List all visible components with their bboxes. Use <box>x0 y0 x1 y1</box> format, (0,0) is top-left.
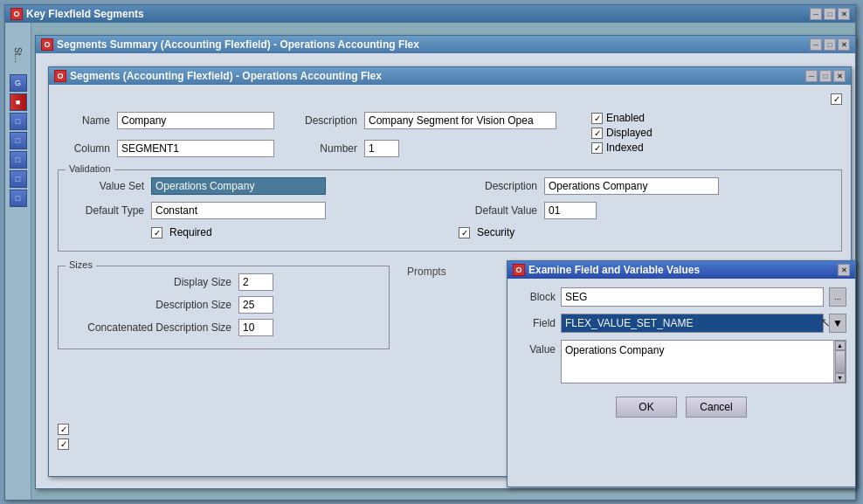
val-desc-input[interactable] <box>544 177 719 195</box>
sidebar-btn-5[interactable]: □ <box>10 151 27 169</box>
default-value-label: Default Value <box>459 204 537 217</box>
main-window-icon: O <box>10 8 23 20</box>
required-label: Required <box>169 226 212 238</box>
bottom-chk-1[interactable]: ✓ <box>58 424 69 435</box>
summary-minimize-btn[interactable]: ─ <box>810 38 822 51</box>
field-label: Field <box>516 317 556 329</box>
value-label-examine: Value <box>516 343 556 356</box>
value-content: Operations Company <box>565 344 664 356</box>
security-checkbox[interactable]: ✓ <box>459 227 470 238</box>
value-scrollbar[interactable]: ▲ ▼ <box>833 341 846 383</box>
scroll-thumb[interactable] <box>835 350 846 374</box>
main-close-btn[interactable]: ✕ <box>838 8 850 20</box>
examine-window-title: Examine Field and Variable Values <box>528 264 700 276</box>
value-set-input[interactable] <box>151 177 326 195</box>
default-type-input[interactable] <box>151 202 326 219</box>
name-input[interactable] <box>117 112 274 129</box>
displayed-label: Displayed <box>606 127 652 139</box>
segments-close-btn[interactable]: ✕ <box>833 70 846 82</box>
column-label: Column <box>58 142 110 155</box>
examine-close-btn[interactable]: ✕ <box>838 264 850 276</box>
column-input[interactable] <box>117 140 274 157</box>
value-set-label: Value Set <box>66 180 144 192</box>
enabled-label: Enabled <box>606 112 645 124</box>
indexed-label: Indexed <box>606 142 644 154</box>
sidebar-btn-1[interactable]: G <box>10 74 27 92</box>
summary-close-btn[interactable]: ✕ <box>838 38 850 51</box>
default-value-input[interactable] <box>544 202 597 219</box>
sidebar-btn-6[interactable]: □ <box>10 170 27 188</box>
main-restore-btn[interactable]: □ <box>824 8 836 20</box>
segments-title-bar[interactable]: O Segments (Accounting Flexfield) - Oper… <box>49 67 851 85</box>
main-minimize-btn[interactable]: ─ <box>810 8 822 20</box>
validation-title: Validation <box>66 163 114 174</box>
summary-title-bar[interactable]: O Segments Summary (Accounting Flexfield… <box>36 36 855 53</box>
displayed-checkbox[interactable]: ✓ <box>591 128 603 139</box>
examine-window-icon: O <box>513 264 525 276</box>
block-browse-btn[interactable]: ... <box>829 287 846 307</box>
indexed-checkbox[interactable]: ✓ <box>591 142 603 154</box>
segments-window-title: Segments (Accounting Flexfield) - Operat… <box>70 70 382 82</box>
bottom-chk-2[interactable]: ✓ <box>58 438 69 450</box>
field-browse-btn[interactable]: ▼ <box>829 314 846 333</box>
examine-content: Block ... Field ▼ Value Operations Compa… <box>507 279 855 487</box>
required-checkbox[interactable]: ✓ <box>151 227 162 238</box>
desc-size-label: Description Size <box>66 299 231 311</box>
sizes-title: Sizes <box>66 259 96 270</box>
segments-window-icon: O <box>54 70 66 82</box>
val-desc-label: Description <box>459 180 537 192</box>
scroll-down[interactable]: ▼ <box>835 373 846 383</box>
number-label: Number <box>292 142 357 155</box>
concat-desc-label: Concatenated Description Size <box>66 321 231 334</box>
block-label: Block <box>516 291 556 303</box>
summary-window-icon: O <box>41 38 53 51</box>
desc-input[interactable] <box>364 112 556 129</box>
sidebar-btn-7[interactable]: □ <box>10 190 27 207</box>
cancel-button[interactable]: Cancel <box>686 397 747 418</box>
segments-restore-btn[interactable]: □ <box>819 70 832 82</box>
summary-window-title: Segments Summary (Accounting Flexfield) … <box>57 38 419 51</box>
number-input[interactable] <box>364 140 399 157</box>
top-checkbox[interactable]: ✓ <box>831 93 842 105</box>
main-title-bar[interactable]: O Key Flexfield Segments ─ □ ✕ <box>5 5 855 23</box>
desc-form-label: Description <box>292 114 357 127</box>
display-size-input[interactable] <box>238 273 273 291</box>
ok-button[interactable]: OK <box>616 397 677 418</box>
name-label: Name <box>58 114 110 127</box>
sidebar-btn-2[interactable]: ■ <box>10 93 27 111</box>
checkboxes-group: ✓ Enabled ✓ Displayed ✓ Indexed <box>591 112 652 154</box>
value-area: Operations Company ▲ ▼ <box>561 340 846 383</box>
sidebar-btn-3[interactable]: □ <box>10 113 27 130</box>
examine-dialog: O Examine Field and Variable Values ✕ Bl… <box>507 260 856 487</box>
concat-desc-input[interactable] <box>238 319 273 336</box>
sidebar-btn-4[interactable]: □ <box>10 132 27 149</box>
summary-restore-btn[interactable]: □ <box>824 38 836 51</box>
examine-title-bar[interactable]: O Examine Field and Variable Values ✕ <box>507 261 855 279</box>
examine-buttons: OK Cancel <box>516 397 846 418</box>
scroll-up[interactable]: ▲ <box>835 341 846 350</box>
block-input[interactable] <box>561 287 824 307</box>
default-type-label: Default Type <box>66 204 144 217</box>
security-label: Security <box>477 226 514 238</box>
field-input[interactable] <box>561 314 824 333</box>
desc-size-input[interactable] <box>238 296 273 314</box>
enabled-checkbox[interactable]: ✓ <box>591 113 603 124</box>
validation-group: Validation Value Set Default Type ✓ Requ… <box>58 169 842 252</box>
sizes-group: Sizes Display Size Description Size Conc… <box>58 266 390 349</box>
display-size-label: Display Size <box>66 276 231 288</box>
segments-minimize-btn[interactable]: ─ <box>805 70 818 82</box>
main-window-title: Key Flexfield Segments <box>26 8 144 20</box>
sidebar-label: St... <box>13 47 23 63</box>
